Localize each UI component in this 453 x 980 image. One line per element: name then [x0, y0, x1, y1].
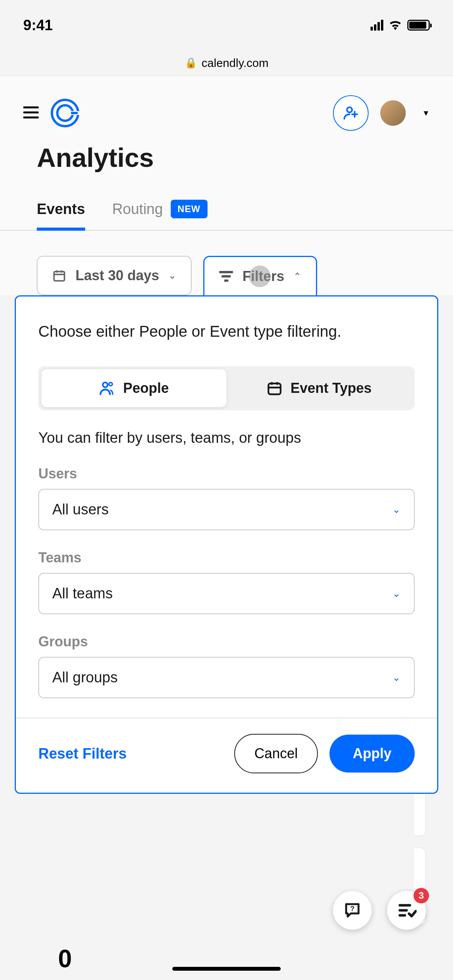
- browser-url-bar[interactable]: 🔒 calendly.com: [0, 50, 453, 76]
- filter-icon: [219, 271, 233, 282]
- select-value: All groups: [52, 669, 118, 686]
- svg-rect-2: [23, 117, 39, 118]
- svg-point-6: [347, 107, 352, 112]
- segment-label: Event Types: [290, 380, 371, 396]
- filter-controls: Last 30 days ⌄ Filters ⌃: [0, 231, 453, 295]
- segment-people[interactable]: People: [41, 369, 226, 407]
- battery-icon: [407, 20, 430, 31]
- chat-help-icon: ?: [343, 901, 362, 920]
- avatar-chevron-down-icon[interactable]: ▼: [422, 109, 430, 118]
- date-range-selector[interactable]: Last 30 days ⌄: [37, 256, 192, 295]
- segment-label: People: [123, 380, 169, 396]
- groups-select[interactable]: All groups ⌄: [38, 657, 415, 698]
- user-avatar[interactable]: [380, 100, 406, 126]
- svg-text:?: ?: [350, 905, 355, 913]
- panel-heading: Choose either People or Event type filte…: [38, 320, 415, 343]
- field-label: Users: [38, 466, 415, 482]
- tabs: Events Routing NEW: [0, 192, 453, 231]
- app-header: ▼: [0, 76, 453, 142]
- chevron-down-icon: ⌄: [392, 588, 401, 600]
- apply-button[interactable]: Apply: [329, 735, 415, 773]
- svg-rect-0: [23, 106, 39, 108]
- add-user-icon: [343, 105, 359, 121]
- people-icon: [99, 380, 115, 396]
- calendar-icon: [52, 269, 66, 283]
- date-range-label: Last 30 days: [76, 267, 159, 284]
- new-badge: NEW: [171, 200, 208, 218]
- filter-panel: Choose either People or Event type filte…: [15, 295, 438, 794]
- panel-actions: Reset Filters Cancel Apply: [38, 718, 415, 793]
- home-indicator[interactable]: [172, 967, 281, 971]
- status-bar: 9:41: [0, 0, 453, 50]
- select-value: All users: [52, 501, 109, 518]
- status-time: 9:41: [23, 17, 53, 34]
- svg-point-4: [57, 105, 73, 121]
- field-label: Groups: [38, 634, 415, 650]
- hamburger-menu-icon[interactable]: [23, 103, 39, 123]
- segment-event-types[interactable]: Event Types: [226, 369, 412, 407]
- cellular-signal-icon: [371, 20, 383, 31]
- users-field: Users All users ⌄: [38, 466, 415, 530]
- teams-field: Teams All teams ⌄: [38, 550, 415, 614]
- svg-rect-7: [54, 272, 65, 281]
- lock-icon: 🔒: [185, 57, 197, 69]
- page-title: Analytics: [0, 142, 453, 192]
- invite-user-button[interactable]: [333, 95, 369, 131]
- tab-events[interactable]: Events: [37, 192, 85, 230]
- status-icons: [371, 20, 430, 31]
- chevron-down-icon: ⌄: [168, 270, 176, 281]
- panel-subtext: You can filter by users, teams, or group…: [38, 430, 415, 446]
- filter-type-segment: People Event Types: [38, 366, 415, 410]
- background-stat-value: 0: [58, 944, 72, 973]
- tasks-fab[interactable]: 3: [387, 891, 426, 930]
- svg-rect-10: [269, 384, 281, 394]
- calendar-icon: [266, 380, 283, 396]
- touch-indicator: [249, 266, 271, 287]
- filters-toggle[interactable]: Filters ⌃: [203, 256, 317, 295]
- reset-filters-link[interactable]: Reset Filters: [38, 745, 223, 762]
- calendly-logo[interactable]: [50, 98, 80, 128]
- field-label: Teams: [38, 550, 415, 566]
- help-chat-fab[interactable]: ?: [333, 891, 372, 930]
- svg-rect-1: [23, 111, 39, 113]
- wifi-icon: [389, 20, 402, 30]
- tab-label: Events: [37, 201, 85, 218]
- groups-field: Groups All groups ⌄: [38, 634, 415, 698]
- tab-label: Routing: [112, 201, 163, 218]
- svg-point-9: [109, 382, 112, 386]
- chevron-up-icon: ⌃: [293, 271, 301, 282]
- chevron-down-icon: ⌄: [392, 504, 401, 516]
- tab-routing[interactable]: Routing NEW: [112, 192, 208, 230]
- select-value: All teams: [52, 585, 113, 602]
- chevron-down-icon: ⌄: [392, 672, 401, 684]
- notification-badge: 3: [414, 888, 429, 903]
- users-select[interactable]: All users ⌄: [38, 489, 415, 530]
- cancel-button[interactable]: Cancel: [234, 734, 318, 773]
- svg-point-8: [103, 382, 108, 387]
- teams-select[interactable]: All teams ⌄: [38, 573, 415, 614]
- checklist-icon: [396, 900, 417, 920]
- url-text: calendly.com: [202, 57, 269, 70]
